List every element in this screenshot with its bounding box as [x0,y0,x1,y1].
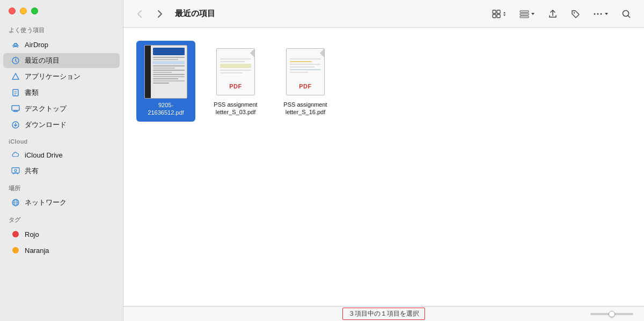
svg-rect-10 [497,10,500,13]
airdrop-icon [11,40,20,49]
network-icon [11,198,20,207]
sidebar-item-label: 最近の項目 [25,56,60,65]
sidebar-item-icloud-drive[interactable]: iCloud Drive [3,147,120,162]
file-item[interactable]: 9205-21636512.pdf [136,41,195,122]
sidebar-item-label: 書類 [25,88,39,98]
share-button[interactable] [544,6,562,21]
file-item[interactable]: PDF PSS assignment letter_S_16.pdf [276,41,335,122]
view-icon-grid-button[interactable] [488,6,511,21]
section-label-places: 場所 [0,179,123,195]
sidebar-item-label: アプリケーション [25,72,80,81]
documents-icon [11,88,20,98]
sidebar-item-tag-naranja[interactable]: Naranja [3,243,120,258]
downloads-icon [11,120,20,130]
close-button[interactable] [9,8,16,14]
svg-rect-12 [497,14,500,18]
tag-red-icon [11,229,20,239]
recents-icon [11,56,20,65]
file-area: 9205-21636512.pdf PDF PSS a [123,28,644,306]
svg-rect-13 [520,11,529,12]
sidebar-item-network[interactable]: ネットワーク [3,195,120,210]
file-icon: PDF [211,45,260,99]
shared-icon [11,166,20,176]
toolbar: 最近の項目 [123,0,644,28]
svg-point-16 [574,12,575,13]
section-label-tags: タグ [0,211,123,226]
more-button[interactable] [589,6,613,21]
svg-point-19 [601,13,602,14]
svg-rect-11 [493,14,496,18]
sidebar: よく使う項目 AirDrop 最近の項目 アプリケーション [0,0,123,321]
minimize-button[interactable] [20,8,27,14]
sidebar-item-label: ダウンロード [25,120,67,130]
file-name: PSS assignment letter_S_16.pdf [279,101,332,116]
sidebar-item-airdrop[interactable]: AirDrop [3,37,120,52]
sidebar-item-tag-rojo[interactable]: Rojo [3,227,120,242]
section-label-favorites: よく使う項目 [0,21,123,36]
sidebar-item-label: AirDrop [25,41,48,49]
tag-orange-icon [11,245,20,255]
svg-rect-3 [12,106,19,110]
sidebar-item-downloads[interactable]: ダウンロード [3,117,120,132]
back-button[interactable] [132,6,147,21]
svg-rect-15 [520,16,529,18]
sidebar-item-documents[interactable]: 書類 [3,85,120,100]
status-bar: ３項目中の１項目を選択 [123,306,644,321]
sidebar-item-shared[interactable]: 共有 [3,163,120,178]
sidebar-item-label: 共有 [25,166,39,176]
desktop-icon [11,104,20,114]
window-title: 最近の項目 [175,9,215,19]
view-list-button[interactable] [515,6,539,21]
file-icon [142,45,190,99]
applications-icon [11,72,20,81]
svg-rect-9 [493,10,496,13]
sidebar-item-recents[interactable]: 最近の項目 [3,53,120,68]
sidebar-item-label: ネットワーク [25,198,67,207]
sidebar-item-label: Naranja [25,247,49,255]
file-item[interactable]: PDF PSS assignment letter_S_03.pdf [206,41,265,122]
sidebar-item-label: デスクトップ [25,104,67,114]
zoom-slider[interactable] [590,313,633,315]
forward-button[interactable] [152,6,167,21]
tag-button[interactable] [566,6,584,21]
sidebar-item-label: Rojo [25,230,39,238]
sidebar-item-label: iCloud Drive [25,151,63,159]
svg-rect-14 [520,13,529,15]
search-button[interactable] [617,6,635,21]
slider-track [590,313,633,315]
file-icon: PDF [281,45,330,99]
main-content: 最近の項目 [123,0,644,321]
file-name: PSS assignment letter_S_03.pdf [209,101,262,116]
icloud-drive-icon [11,150,20,160]
traffic-lights [0,0,123,21]
status-text: ３項目中の１項目を選択 [342,308,425,320]
fullscreen-button[interactable] [31,8,38,14]
svg-point-17 [594,13,596,14]
svg-point-6 [14,169,17,171]
svg-point-18 [597,13,599,14]
sidebar-item-applications[interactable]: アプリケーション [3,69,120,84]
sidebar-item-desktop[interactable]: デスクトップ [3,101,120,116]
slider-thumb[interactable] [609,311,615,317]
toolbar-actions [488,6,635,21]
section-label-icloud: iCloud [0,133,123,147]
file-name: 9205-21636512.pdf [140,101,192,117]
